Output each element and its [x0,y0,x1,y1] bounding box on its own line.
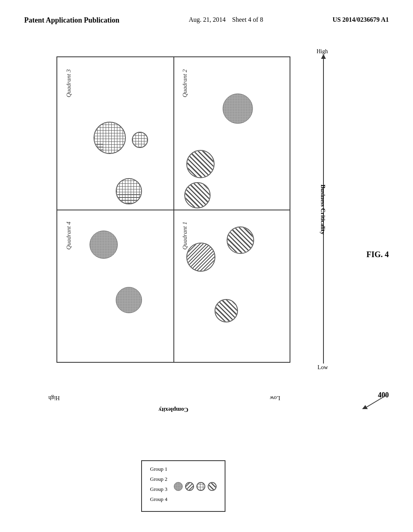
legend-item-group2: Group 2 [150,476,167,482]
quadrant-3-label: Quadrant 3 [65,69,72,98]
bubble-q1-group4-right [227,227,254,254]
legend-icon-g2 [185,482,194,491]
x-axis-label: Complexity [159,406,188,413]
publication-date-sheet: Aug. 21, 2014 Sheet 4 of 8 [189,16,263,23]
legend-icons-col [174,466,217,506]
bubble-q4-upper [90,231,118,259]
publication-title: Patent Application Publication [24,16,119,25]
legend-label-g2: Group 2 [150,476,167,482]
x-axis-low: Low [270,395,280,401]
chart-container: Quadrant 3 Quadrant 2 Quadrant 4 Quadran… [32,56,315,387]
legend-text: Group 1 Group 2 Group 3 Group 4 [150,466,167,504]
legend-item-group4: Group 4 [150,496,167,503]
legend-label-g4: Group 4 [150,496,167,503]
x-axis-high: High [48,395,60,401]
bubble-q2-group4-top [186,150,215,178]
bubble-q3-large [94,122,126,154]
legend-icon-g3 [196,482,205,491]
fig-label: FIG. 4 [366,250,389,259]
legend-icon-g1 [174,482,183,491]
page-header: Patent Application Publication Aug. 21, … [0,0,413,33]
publication-number: US 2014/0236679 A1 [332,16,389,23]
pub-date: Aug. 21, 2014 [189,16,226,23]
bubble-q2-group4-bottom [184,182,211,208]
svg-line-0 [367,395,387,407]
bubble-q2-large-stipple [223,94,253,124]
quadrant-grid: Quadrant 3 Quadrant 2 Quadrant 4 Quadran… [56,56,290,363]
y-axis-label: Business Criticality [319,185,326,235]
bubble-q1-group4-lower [215,299,238,322]
grid-vertical-line [173,57,174,362]
bubble-q1-group2-upper [186,243,215,272]
legend-icon-g4 [208,482,217,491]
legend-item-group3: Group 3 [150,486,167,493]
sheet-info: Sheet 4 of 8 [232,16,263,23]
legend-box: Group 1 Group 2 Group 3 Group 4 [141,460,225,512]
quadrant-1-label: Quadrant 1 [181,222,188,250]
legend-item-group1: Group 1 [150,466,167,472]
legend-icons-row [174,482,217,491]
y-axis-low: Low [317,364,328,371]
y-axis-high: High [317,48,328,55]
bubble-q3-small [132,132,148,148]
bubble-q4-lower [116,287,142,313]
ref-arrow [359,393,391,409]
legend-label-g1: Group 1 [150,466,167,472]
quadrant-2-label: Quadrant 2 [181,69,188,98]
quadrant-4-label: Quadrant 4 [65,222,72,250]
legend-label-g3: Group 3 [150,486,167,493]
bubble-q3-medium [116,178,142,204]
